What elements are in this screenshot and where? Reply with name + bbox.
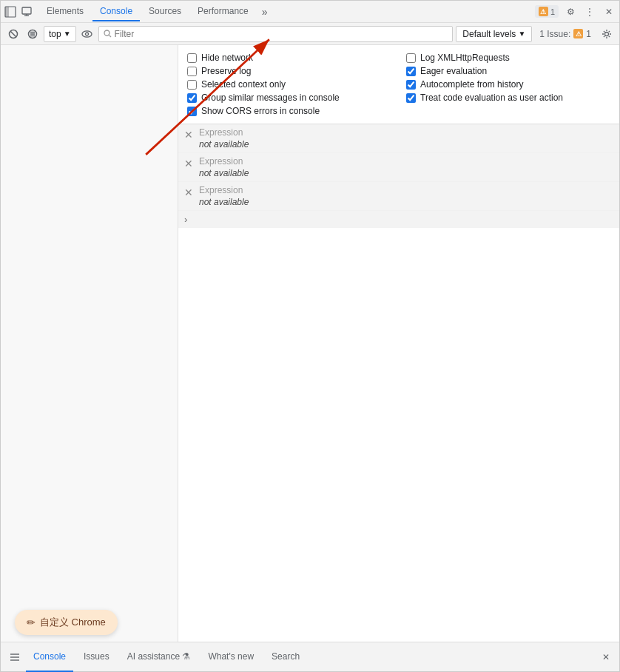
- devtools-panel: Elements Console Sources Performance » ⚠…: [0, 0, 620, 672]
- expression-content-3: Expression not available: [199, 185, 249, 207]
- expand-arrow-icon[interactable]: ›: [184, 214, 187, 225]
- expression-content-1: Expression not available: [199, 127, 249, 149]
- tab-console[interactable]: Console: [92, 2, 140, 21]
- svg-point-11: [82, 30, 92, 36]
- eager-eval-label: Eager evaluation: [420, 66, 487, 76]
- levels-arrow: ▼: [518, 30, 525, 38]
- issue-count-badge: ⚠: [573, 29, 583, 38]
- clear-console-button[interactable]: [5, 26, 21, 42]
- dropdown-panel: Hide network Preserve log Selected conte…: [178, 45, 619, 124]
- filter-box: [98, 26, 454, 42]
- context-dropdown-icon: ▼: [64, 30, 71, 38]
- tab-performance[interactable]: Performance: [190, 2, 256, 21]
- expression-row-2: ✕ Expression not available: [178, 153, 619, 182]
- show-cors-label: Show CORS errors in console: [201, 106, 320, 116]
- expression-label-3: Expression: [199, 185, 249, 195]
- tab-sources[interactable]: Sources: [141, 2, 189, 21]
- bottom-right: ✕: [599, 650, 613, 665]
- expression-value-2: not available: [199, 168, 249, 178]
- autocomplete-label: Autocomplete from history: [420, 79, 523, 90]
- tab-elements[interactable]: Elements: [39, 2, 91, 21]
- dock-icon[interactable]: [4, 5, 17, 19]
- tab-bar: Elements Console Sources Performance » ⚠…: [1, 1, 619, 23]
- expand-row: ›: [178, 211, 619, 228]
- expression-close-2[interactable]: ✕: [184, 158, 193, 169]
- selected-context-checkbox[interactable]: [187, 80, 197, 90]
- eager-eval-row: Eager evaluation: [406, 64, 610, 78]
- bottom-tab-issues[interactable]: Issues: [76, 642, 117, 672]
- eye-button[interactable]: [79, 26, 95, 42]
- console-output-area: [178, 228, 619, 642]
- filter-search-icon: [104, 30, 112, 38]
- filter-toggle-button[interactable]: [24, 26, 41, 42]
- treat-code-label: Treat code evaluation as user action: [420, 93, 563, 103]
- main-area: Hide network Preserve log Selected conte…: [1, 45, 619, 642]
- levels-label: Default levels: [462, 29, 516, 39]
- eager-eval-checkbox[interactable]: [406, 67, 416, 76]
- svg-point-12: [86, 33, 89, 36]
- bottom-tab-console[interactable]: Console: [26, 642, 73, 672]
- context-selector[interactable]: top ▼: [44, 26, 76, 42]
- levels-dropdown[interactable]: Default levels ▼: [456, 26, 532, 42]
- issue-badge[interactable]: ⚠ 1: [535, 5, 559, 18]
- issue-text: 1 Issue:: [539, 29, 570, 39]
- issue-badge-count: 1: [550, 7, 555, 16]
- log-xml-checkbox[interactable]: [406, 53, 416, 63]
- show-cors-row: Show CORS errors in console: [187, 104, 391, 118]
- selected-context-label: Selected context only: [201, 79, 286, 90]
- console-settings-button[interactable]: [599, 26, 615, 42]
- custom-chrome-button[interactable]: ✏ 自定义 Chrome: [15, 610, 118, 635]
- issue-button[interactable]: 1 Issue: ⚠ 1: [535, 27, 596, 41]
- console-toolbar: top ▼ Default levels ▼ 1 Issue: ⚠ 1: [1, 23, 619, 45]
- group-similar-label: Group similar messages in console: [201, 93, 340, 103]
- bottom-tab-ai-assistance[interactable]: AI assistance ⚗: [120, 642, 198, 672]
- close-bottom-button[interactable]: ✕: [599, 650, 613, 665]
- preserve-log-row: Preserve log: [187, 64, 391, 78]
- expression-value-1: not available: [199, 139, 249, 149]
- tab-bar-icons: [4, 5, 33, 19]
- svg-line-14: [109, 36, 111, 38]
- inspect-icon[interactable]: [20, 5, 33, 19]
- dropdown-right-col: Log XMLHttpRequests Eager evaluation Aut…: [406, 51, 610, 118]
- expression-close-3[interactable]: ✕: [184, 187, 193, 198]
- bottom-tab-whats-new[interactable]: What's new: [201, 642, 261, 672]
- expression-row-3: ✕ Expression not available: [178, 182, 619, 211]
- expression-close-1[interactable]: ✕: [184, 129, 193, 141]
- preserve-log-label: Preserve log: [201, 66, 251, 76]
- filter-input[interactable]: [115, 29, 448, 39]
- expression-row-1: ✕ Expression not available: [178, 124, 619, 153]
- pencil-icon: ✏: [27, 616, 36, 628]
- bottom-tab-bar: Console Issues AI assistance ⚗ What's ne…: [1, 642, 619, 671]
- svg-line-6: [11, 31, 16, 36]
- autocomplete-checkbox[interactable]: [406, 80, 416, 90]
- preserve-log-checkbox[interactable]: [187, 67, 197, 76]
- hide-network-row: Hide network: [187, 51, 391, 64]
- treat-code-checkbox[interactable]: [406, 93, 416, 103]
- show-cors-checkbox[interactable]: [187, 107, 197, 116]
- expression-content-2: Expression not available: [199, 156, 249, 178]
- expression-label-1: Expression: [199, 127, 249, 138]
- log-xml-label: Log XMLHttpRequests: [420, 53, 510, 63]
- svg-rect-2: [22, 7, 31, 14]
- svg-point-15: [605, 32, 609, 36]
- issue-badge-icon: ⚠: [539, 7, 548, 16]
- dropdown-left-col: Hide network Preserve log Selected conte…: [187, 51, 391, 118]
- hide-network-label: Hide network: [201, 53, 253, 63]
- autocomplete-row: Autocomplete from history: [406, 78, 610, 91]
- sidebar-left: [1, 45, 178, 642]
- svg-point-13: [104, 30, 109, 36]
- svg-rect-1: [5, 7, 9, 17]
- settings-button[interactable]: ⚙: [563, 4, 578, 19]
- more-options-button[interactable]: ⋮: [582, 4, 597, 19]
- log-xml-row: Log XMLHttpRequests: [406, 51, 610, 64]
- group-similar-checkbox[interactable]: [187, 93, 197, 103]
- bottom-tab-search[interactable]: Search: [264, 642, 307, 672]
- treat-code-row: Treat code evaluation as user action: [406, 91, 610, 104]
- expression-label-2: Expression: [199, 156, 249, 167]
- close-devtools-button[interactable]: ✕: [602, 4, 616, 19]
- more-tabs-button[interactable]: »: [257, 3, 272, 21]
- hide-network-checkbox[interactable]: [187, 53, 197, 63]
- group-similar-row: Group similar messages in console: [187, 91, 391, 104]
- bottom-menu-icon[interactable]: [7, 649, 23, 665]
- selected-context-row: Selected context only: [187, 78, 391, 91]
